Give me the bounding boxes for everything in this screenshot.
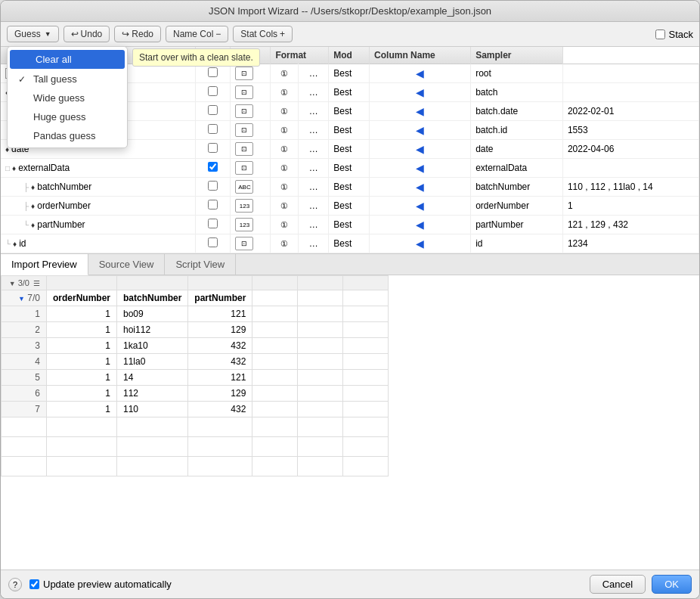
format-cell: … (299, 159, 329, 178)
sampler-value: 1 (562, 197, 698, 216)
mod-triangle-icon: ◀ (416, 219, 424, 231)
type-icon: ⊡ (235, 104, 253, 118)
type-icon: ⊡ (235, 67, 253, 80)
preview-cell-order: 1 (47, 354, 117, 370)
dropdown-item-clear-all[interactable]: Clear all Start over with a clean slate. (10, 50, 125, 69)
guess-button[interactable]: Guess ▼ (7, 26, 59, 42)
expand-triangle-icon[interactable]: ▼ (9, 280, 16, 287)
col-checkbox-cell[interactable] (196, 159, 231, 178)
preview-empty-cell (252, 306, 298, 322)
dropdown-item-pandas-guess[interactable]: Pandas guess (8, 126, 127, 145)
preview-empty-cell (47, 437, 117, 457)
preview-group-id: ▼ 3/0 ☰ (2, 276, 47, 290)
preview-row-num: 3 (2, 338, 47, 354)
preview-empty-cell (343, 306, 389, 322)
stack-checkbox[interactable] (655, 29, 665, 39)
col-checkbox[interactable] (208, 237, 218, 247)
type-icon-cell: ⊡ (231, 234, 271, 253)
sampler-value: 1234 (562, 234, 698, 253)
col-checkbox-cell[interactable] (196, 178, 231, 197)
preview-cell-order: 1 (47, 322, 117, 338)
col-checkbox-cell[interactable] (196, 216, 231, 234)
format2-cell: Best (329, 102, 370, 121)
mod-triangle-icon: ◀ (416, 143, 424, 155)
col-checkbox[interactable] (208, 105, 218, 115)
name-col-label: Name Col (173, 29, 213, 39)
update-preview-text: Update preview automatically (43, 579, 172, 590)
name-col-button[interactable]: Name Col − (166, 26, 228, 42)
col-checkbox-cell[interactable] (196, 64, 231, 83)
row-name-cell: □ ♦ externalData (1, 159, 196, 178)
row-label: orderNumber (37, 200, 91, 211)
cancel-button[interactable]: Cancel (590, 575, 646, 594)
mod-triangle-icon: ◀ (416, 200, 424, 212)
help-button[interactable]: ? (8, 578, 22, 591)
col-checkbox-cell[interactable] (196, 140, 231, 159)
col-checkbox[interactable] (208, 143, 218, 153)
update-preview-checkbox[interactable] (29, 579, 39, 589)
row-name-cell: ├ ♦ orderNumber (1, 197, 196, 216)
sampler-value: 110 , 112 , 11la0 , 14 (562, 178, 698, 197)
preview-cell-order: 1 (47, 402, 117, 417)
col-checkbox[interactable] (208, 86, 218, 96)
preview-cell-batch: 11la0 (117, 354, 188, 370)
preview-data-row: 7 1 110 432 (2, 402, 389, 417)
preview-main-group-id: ▼ 7/0 (2, 290, 47, 306)
preview-empty-cell (343, 402, 389, 417)
pandas-guess-label: Pandas guess (33, 130, 95, 141)
col-checkbox-cell[interactable] (196, 234, 231, 253)
format2-cell: Best (329, 140, 370, 159)
preview-cell-order: 1 (47, 306, 117, 322)
col-checkbox[interactable] (208, 67, 218, 77)
stat-cols-button[interactable]: Stat Cols + (233, 26, 293, 42)
undo-button[interactable]: ↩ Undo (63, 26, 110, 42)
preview-empty-cell (343, 417, 389, 437)
row-label: id (19, 238, 26, 249)
tab-script-view[interactable]: Script View (165, 254, 236, 275)
col-checkbox[interactable] (208, 162, 218, 172)
preview-empty-cell (298, 322, 343, 338)
preview-empty-cell (2, 457, 47, 476)
redo-button[interactable]: ↪ Redo (114, 26, 161, 42)
format-cell: … (299, 121, 329, 140)
ok-button[interactable]: OK (652, 575, 692, 594)
preview-empty-cell (343, 322, 389, 338)
dropdown-item-huge-guess[interactable]: Huge guess (8, 107, 127, 126)
preview-row-num: 1 (2, 306, 47, 322)
update-preview-label: Update preview automatically (29, 579, 172, 590)
preview-tabs: Import Preview Source View Script View (1, 254, 699, 275)
col-checkbox-cell[interactable] (196, 83, 231, 102)
type-icon: ⊡ (235, 85, 253, 99)
mod-cell: ◀ (370, 102, 471, 121)
branch-icon: □ (5, 164, 10, 172)
col-checkbox-cell[interactable] (196, 102, 231, 121)
col-checkbox[interactable] (208, 124, 218, 134)
undo-icon: ↩ (71, 29, 79, 39)
title-bar: JSON Import Wizard -- /Users/stkopr/Desk… (1, 1, 699, 22)
col-checkbox[interactable] (208, 181, 218, 191)
col-checkbox-cell[interactable] (196, 197, 231, 216)
preview-empty-cell (117, 437, 188, 457)
dropdown-item-wide-guess[interactable]: Wide guess (8, 88, 127, 107)
col-checkbox[interactable] (208, 219, 218, 228)
format-cell: … (299, 83, 329, 102)
main-group-label: 7/0 (27, 293, 40, 303)
sampler-value: 2022-04-06 (562, 140, 698, 159)
tab-source-view[interactable]: Source View (88, 254, 166, 275)
preview-empty-cell (252, 402, 298, 417)
col-checkbox[interactable] (208, 200, 218, 209)
expand-triangle-icon[interactable]: ▼ (18, 295, 25, 303)
dropdown-item-tall-guess[interactable]: ✓ Tall guess (8, 70, 127, 88)
branch-icon: ├ (23, 202, 29, 210)
mod-cell: ◀ (370, 216, 471, 234)
type-icon-cell: ⊡ (231, 64, 271, 83)
diamond-icon: ♦ (13, 240, 17, 248)
preview-empty-cell (343, 370, 389, 386)
table-row: ├ ♦ batchNumber ABC ① … Best ◀ batchNumb… (1, 178, 699, 197)
preview-row-num: 4 (2, 354, 47, 370)
preview-row-num: 5 (2, 370, 47, 386)
bottom-bar: ? Update preview automatically Cancel OK (1, 570, 699, 598)
col-checkbox-cell[interactable] (196, 121, 231, 140)
type-icon-cell: 123 (231, 216, 271, 234)
tab-import-preview[interactable]: Import Preview (1, 254, 88, 275)
